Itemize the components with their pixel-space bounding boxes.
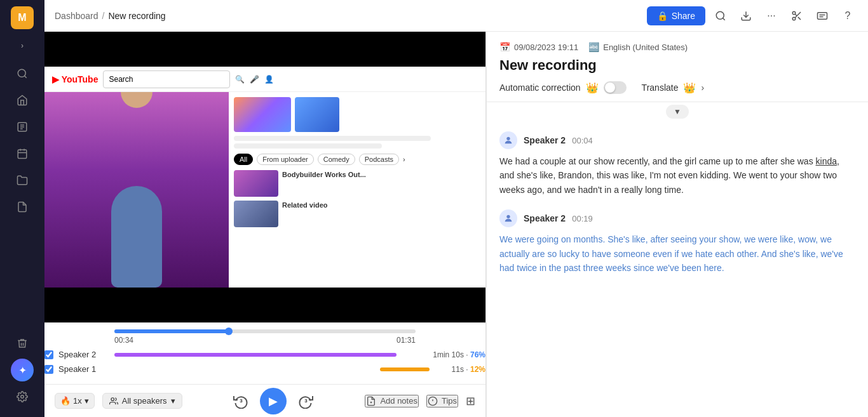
yt-list-item-1[interactable]: Bodybuilder Works Out... xyxy=(234,170,480,197)
correction-row: Automatic correction 👑 Translate 👑 › xyxy=(499,81,855,94)
transcript-header: 📅 09/08/2023 19:11 🔤 English (United Sta… xyxy=(487,32,868,102)
svg-point-29 xyxy=(506,215,510,218)
play-button[interactable]: ▶ xyxy=(260,388,287,414)
sidebar-item-search[interactable] xyxy=(11,62,34,85)
track-speaker1-percent: 12% xyxy=(470,365,485,374)
breadcrumb-separator: / xyxy=(102,11,105,21)
tips-label: Tips xyxy=(442,396,457,406)
speaker-name-1: Speaker 2 xyxy=(524,135,566,145)
svg-rect-6 xyxy=(18,150,27,159)
recording-title: New recording xyxy=(499,57,855,74)
yt-thumb-4 xyxy=(234,201,278,227)
breadcrumb-current-page: New recording xyxy=(108,11,165,21)
sidebar-item-trash[interactable] xyxy=(11,332,34,355)
yt-user-icon[interactable]: 👤 xyxy=(264,75,274,84)
speed-chevron: ▾ xyxy=(85,396,89,406)
track-speaker2-bar[interactable] xyxy=(114,353,428,357)
yt-filter-podcasts[interactable]: Podcasts xyxy=(359,154,399,165)
help-button[interactable]: ? xyxy=(837,6,858,26)
translate-crown-icon: 👑 xyxy=(683,82,696,94)
speed-button[interactable]: 🔥 1x ▾ xyxy=(55,393,95,409)
segment-time-1: 00:04 xyxy=(572,136,593,145)
breadcrumb: Dashboard / New recording xyxy=(55,11,166,21)
scroll-down-button[interactable]: ▼ xyxy=(666,105,689,119)
avatar[interactable]: M xyxy=(11,6,34,29)
scissors-icon[interactable] xyxy=(787,6,807,26)
speaker-name-2: Speaker 2 xyxy=(524,213,566,223)
auto-correction-toggle[interactable] xyxy=(604,81,627,94)
rewind-label: 3 xyxy=(240,398,242,404)
yt-list-title-1: Bodybuilder Works Out... xyxy=(282,170,480,179)
svg-point-0 xyxy=(18,69,25,77)
caption-icon[interactable] xyxy=(812,6,832,26)
svg-line-12 xyxy=(722,18,724,20)
sidebar-item-calendar[interactable] xyxy=(11,142,34,165)
search-button[interactable] xyxy=(710,6,731,26)
timeline-current-time: 00:34 xyxy=(114,336,133,345)
youtube-thumb-1[interactable] xyxy=(234,97,291,132)
sidebar-item-settings[interactable] xyxy=(11,385,34,408)
speaker-filter-button[interactable]: All speakers ▾ xyxy=(102,393,182,409)
timeline-scrubber[interactable] xyxy=(225,328,233,335)
segment-text-2: We were going on months. She's like, aft… xyxy=(499,232,855,275)
timeline-section: 00:34 01:31 Speaker 2 1min 10s · 76% xyxy=(44,322,485,384)
yt-search-icon[interactable]: 🔍 xyxy=(235,75,245,84)
transcript-meta: 📅 09/08/2023 19:11 🔤 English (United Sta… xyxy=(499,42,855,52)
svg-line-17 xyxy=(798,17,801,19)
track-speaker1-label: Speaker 1 xyxy=(58,364,109,374)
svg-rect-19 xyxy=(818,12,827,19)
track-speaker1-checkbox[interactable] xyxy=(44,365,53,374)
segment-header-1: Speaker 2 00:04 xyxy=(499,131,855,149)
youtube-main-video xyxy=(44,92,229,288)
date-meta: 📅 09/08/2023 19:11 xyxy=(499,42,578,52)
svg-point-14 xyxy=(792,11,796,15)
sidebar: M › ✦ xyxy=(0,0,44,417)
share-button[interactable]: 🔒 Share xyxy=(647,6,705,25)
breadcrumb-dashboard-link[interactable]: Dashboard xyxy=(55,11,98,21)
recording-date: 09/08/2023 19:11 xyxy=(514,43,578,52)
yt-filter-all[interactable]: All xyxy=(234,154,253,165)
add-notes-label: Add notes xyxy=(380,396,417,406)
topbar-icons: ··· ? xyxy=(710,6,858,26)
timeline-times: 00:34 01:31 xyxy=(44,333,485,347)
share-label: Share xyxy=(672,11,695,21)
translate-chevron: › xyxy=(701,83,704,93)
more-options-button[interactable]: ··· xyxy=(761,6,782,26)
emoji-icon: 🔥 xyxy=(60,396,71,406)
language-icon: 🔤 xyxy=(588,42,599,52)
track-row-speaker1: Speaker 1 11s · 12% xyxy=(44,364,485,374)
track-speaker2-label: Speaker 2 xyxy=(58,350,109,359)
svg-line-18 xyxy=(795,14,797,16)
translate-item[interactable]: Translate 👑 › xyxy=(642,82,705,94)
forward-label: 3 xyxy=(304,398,307,404)
yt-list-item-2[interactable]: Related video xyxy=(234,201,480,227)
translate-label: Translate xyxy=(642,83,679,93)
download-button[interactable] xyxy=(736,6,756,26)
yt-filter-comedy[interactable]: Comedy xyxy=(318,154,355,165)
segment-header-2: Speaker 2 00:19 xyxy=(499,209,855,227)
underlined-word: kinda xyxy=(816,156,837,166)
ai-button[interactable]: ✦ xyxy=(11,359,34,381)
sidebar-item-folder[interactable] xyxy=(11,169,34,192)
youtube-thumb-2[interactable] xyxy=(295,97,339,132)
track-speaker1-bar[interactable] xyxy=(114,367,447,371)
sidebar-item-notes[interactable] xyxy=(11,195,34,218)
yt-thumb-3 xyxy=(234,170,278,197)
sidebar-expand-button[interactable]: › xyxy=(13,37,31,55)
sidebar-item-list[interactable] xyxy=(11,116,34,138)
yt-filter-uploader[interactable]: From uploader xyxy=(257,154,314,165)
speaker-filter-label: All speakers xyxy=(122,396,167,406)
rewind-button[interactable]: 3 xyxy=(229,390,252,413)
tips-button[interactable]: Tips xyxy=(426,395,458,407)
track-speaker2-checkbox[interactable] xyxy=(44,350,53,359)
add-notes-button[interactable]: Add notes xyxy=(365,395,419,407)
track-row-speaker2: Speaker 2 1min 10s · 76% xyxy=(44,350,485,359)
sidebar-item-home[interactable] xyxy=(11,89,34,112)
youtube-search[interactable] xyxy=(103,70,230,88)
yt-mic-icon[interactable]: 🎤 xyxy=(250,75,259,84)
playback-bar: 🔥 1x ▾ All speakers ▾ 3 ▶ 3 xyxy=(44,384,485,417)
grid-button[interactable]: ⊞ xyxy=(466,394,475,408)
forward-button[interactable]: 3 xyxy=(294,390,317,413)
speed-label: 1x xyxy=(73,396,82,406)
yt-filter-more[interactable]: › xyxy=(403,156,405,163)
